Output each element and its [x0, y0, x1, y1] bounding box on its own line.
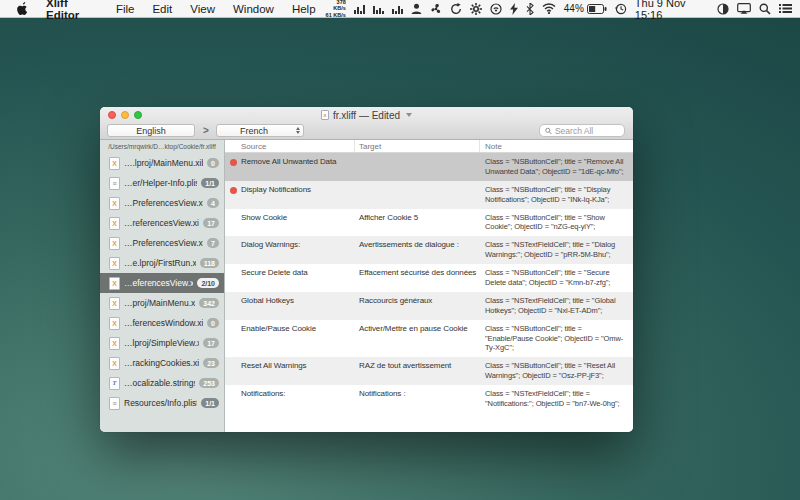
sidebar-item-selected[interactable]: X …eferencesView.xib 2/10	[100, 273, 224, 293]
table-row[interactable]: Global Hotkeys Raccourcis généraux Class…	[225, 292, 633, 320]
xib-file-icon: X	[109, 337, 120, 350]
contrast-icon[interactable]	[717, 3, 729, 15]
note-cell: Class = "NSButtonCell"; title = "Display…	[480, 185, 633, 205]
title-bar[interactable]: x fr.xliff — Edited	[100, 107, 633, 123]
count-badge: 253	[199, 378, 219, 388]
notification-center-icon[interactable]	[779, 3, 792, 14]
display-icon[interactable]	[737, 3, 751, 14]
xib-file-icon: X	[109, 157, 120, 170]
disk-meter-icon[interactable]	[392, 3, 403, 14]
sidebar-item[interactable]: X …lproj/SimpleView.xib 17	[100, 333, 224, 353]
file-label: …eferencesView.xib	[124, 278, 193, 288]
count-badge: 17	[203, 338, 219, 348]
column-header-note[interactable]: Note	[480, 140, 633, 152]
user-icon[interactable]	[411, 3, 422, 14]
note-cell: Class = "NSButtonCell"; title = "Show Co…	[480, 213, 633, 233]
memory-meter-icon[interactable]	[373, 3, 384, 14]
file-label: Resources/Info.plist	[124, 398, 197, 408]
document-proxy-icon[interactable]: x	[321, 110, 329, 120]
battery-icon	[587, 4, 607, 14]
apple-menu[interactable]	[8, 0, 37, 18]
target-cell: Afficher Cookie 5	[355, 213, 480, 224]
sidebar-item[interactable]: X …referencesView.xib 17	[100, 213, 224, 233]
sidebar-item[interactable]: X …proj/MainMenu.xib 342	[100, 293, 224, 313]
fan-icon[interactable]	[430, 3, 442, 15]
search-icon	[545, 127, 552, 135]
column-header-target[interactable]: Target	[355, 140, 480, 152]
source-cell: Secure Delete data	[241, 268, 308, 279]
time-machine-icon[interactable]	[615, 3, 627, 15]
source-language-button[interactable]: English	[107, 124, 195, 137]
target-language-popup[interactable]: French	[216, 124, 304, 137]
file-label: …referencesView.xib	[124, 218, 199, 228]
table-row[interactable]: Enable/Pause Cookie Activer/Mettre en pa…	[225, 320, 633, 358]
spotlight-icon[interactable]	[759, 3, 771, 15]
column-header-source[interactable]: Source	[225, 140, 355, 152]
menu-app-name[interactable]: Xliff Editor	[37, 0, 107, 18]
menu-help[interactable]: Help	[283, 0, 325, 18]
table-row-selected[interactable]: Remove All Unwanted Data Class = "NSButt…	[225, 153, 633, 181]
source-cell: Reset All Warnings	[241, 361, 307, 372]
menu-file[interactable]: File	[107, 0, 144, 18]
table-row[interactable]: Show Cookie Afficher Cookie 5 Class = "N…	[225, 209, 633, 237]
count-badge: 4	[207, 198, 219, 208]
menu-edit[interactable]: Edit	[143, 0, 181, 18]
sidebar-item[interactable]: X …PreferencesView.xib 7	[100, 233, 224, 253]
title-chevron-down-icon[interactable]	[406, 113, 412, 117]
menu-view[interactable]: View	[181, 0, 224, 18]
menu-bar-status: 378 KB/s 61 KB/s	[325, 0, 792, 21]
battery-indicator[interactable]: 44%	[564, 3, 607, 14]
wifi-icon[interactable]	[542, 3, 556, 14]
menu-clock[interactable]: Thu 9 Nov 15:16	[635, 0, 709, 21]
apple-icon	[17, 2, 28, 15]
xib-file-icon: X	[109, 297, 120, 310]
file-label: …PreferencesView.xib	[124, 198, 203, 208]
sidebar-item[interactable]: X …rackingCookies.xib 23	[100, 353, 224, 373]
file-label: …er/Helper-Info.plist	[124, 178, 197, 188]
window-title: fr.xliff — Edited	[333, 110, 400, 121]
source-cell: Remove All Unwanted Data	[241, 157, 336, 168]
table-row[interactable]: Reset All Warnings RAZ de tout avertisse…	[225, 357, 633, 385]
strings-file-icon: T	[109, 377, 120, 390]
close-button[interactable]	[108, 111, 116, 119]
minimize-button[interactable]	[121, 111, 129, 119]
source-cell: Show Cookie	[241, 213, 287, 224]
target-cell: Effacement sécurisé des données	[355, 268, 480, 279]
sidebar-item[interactable]: X …ferencesWindow.xib 0	[100, 313, 224, 333]
table-row[interactable]: Secure Delete data Effacement sécurisé d…	[225, 264, 633, 292]
untranslated-dot	[230, 187, 237, 194]
hotspot-icon[interactable]	[490, 3, 502, 15]
xib-file-icon: X	[109, 317, 120, 330]
target-cell: Raccourcis généraux	[355, 296, 480, 307]
sidebar-item[interactable]: X …PreferencesView.xib 4	[100, 193, 224, 213]
bluetooth-icon[interactable]	[526, 3, 534, 15]
lightning-icon[interactable]	[510, 3, 518, 15]
table-row[interactable]: Dialog Warnings: Avertissements de dialo…	[225, 236, 633, 264]
file-label: …PreferencesView.xib	[124, 238, 203, 248]
network-speed-indicator[interactable]: 378 KB/s 61 KB/s	[325, 0, 346, 18]
xib-file-icon: X	[109, 197, 120, 210]
search-input[interactable]	[555, 126, 619, 136]
untranslated-dot	[230, 159, 237, 166]
table-header: Source Target Note	[225, 140, 633, 153]
traffic-lights	[108, 111, 142, 119]
sync-icon[interactable]	[450, 3, 462, 15]
gear-icon[interactable]	[470, 3, 482, 15]
note-cell: Class = "NSTextFieldCell"; title = "Noti…	[480, 389, 633, 409]
table-row[interactable]: Notifications: Notifications : Class = "…	[225, 385, 633, 413]
sidebar-item[interactable]: ≡ …er/Helper-Info.plist 1/1	[100, 173, 224, 193]
sidebar-item[interactable]: X …e.lproj/FirstRun.xib 118	[100, 253, 224, 273]
sidebar-item[interactable]: X ….lproj/MainMenu.xib 0	[100, 153, 224, 173]
sidebar-item[interactable]: ≡ Resources/Info.plist 1/1	[100, 393, 224, 413]
sidebar-item[interactable]: T …ocalizable.strings 253	[100, 373, 224, 393]
direction-arrow: >	[199, 124, 213, 137]
count-badge: 7	[207, 238, 219, 248]
search-field[interactable]	[539, 124, 625, 137]
menu-window[interactable]: Window	[224, 0, 283, 18]
net-up-text: 378 KB/s	[325, 0, 346, 12]
table-row[interactable]: Display Notifications Class = "NSButtonC…	[225, 181, 633, 209]
zoom-button[interactable]	[134, 111, 142, 119]
target-cell: Notifications :	[355, 389, 480, 400]
target-cell: Avertissements de dialogue :	[355, 240, 480, 251]
cpu-meter-icon[interactable]	[354, 3, 365, 14]
